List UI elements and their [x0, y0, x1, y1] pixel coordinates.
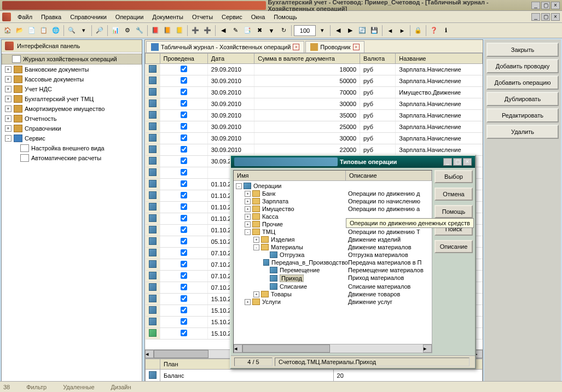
delete-button[interactable]: Удалить: [486, 125, 559, 139]
copy-record-icon[interactable]: 📑: [242, 25, 253, 36]
close-button[interactable]: Закрыть: [486, 43, 559, 57]
prev-icon[interactable]: ◄: [385, 25, 396, 36]
posted-checkbox[interactable]: [181, 307, 187, 313]
dialog-tree-row[interactable]: ОтгрузкаОтгрузка материалов: [234, 251, 432, 259]
dialog-tree-row[interactable]: +БанкОперации по движению д: [234, 190, 432, 197]
posted-checkbox[interactable]: [181, 157, 187, 164]
lock-icon[interactable]: 🔒: [413, 25, 424, 36]
status-filter[interactable]: Фильтр: [26, 384, 47, 390]
minimize-button[interactable]: _: [531, 2, 540, 9]
table-row[interactable]: 30.09.201030000рубЗарплата.Начисление: [146, 98, 483, 110]
maximize-button[interactable]: ▢: [541, 2, 550, 9]
posted-checkbox[interactable]: [181, 100, 187, 107]
dialog-tree-row[interactable]: +ИмуществоОперации по движению а: [234, 205, 432, 213]
tools-icon[interactable]: 🔧: [134, 25, 145, 36]
dialog-tree-row[interactable]: СписаниеСписание материалов: [234, 283, 432, 290]
menu-сервис[interactable]: Сервис: [217, 13, 247, 21]
next-icon[interactable]: ►: [397, 25, 408, 36]
select-button[interactable]: Выбор: [434, 170, 473, 183]
posted-checkbox[interactable]: [181, 192, 187, 198]
posted-checkbox[interactable]: [181, 180, 187, 187]
dialog-maximize-button[interactable]: ▢: [453, 158, 462, 166]
posted-checkbox[interactable]: [181, 330, 187, 336]
dialog-tree-row[interactable]: +ИзделияДвижение изделий: [234, 236, 432, 243]
tab[interactable]: Проводник×: [305, 41, 364, 52]
dialog-minimize-button[interactable]: _: [443, 158, 452, 166]
posted-checkbox[interactable]: [181, 112, 187, 118]
child-close-button[interactable]: ×: [551, 13, 560, 21]
navigation-tree[interactable]: Журнал хозяйственных операций+Банковские…: [2, 52, 142, 380]
menu-окна[interactable]: Окна: [247, 13, 270, 21]
table-row[interactable]: 30.09.201022000рубЗарплата.Начисление: [146, 144, 483, 156]
find-next-icon[interactable]: 🔎: [94, 25, 105, 36]
open-icon[interactable]: 📂: [14, 25, 25, 36]
menu-файл[interactable]: Файл: [13, 13, 37, 21]
delete-icon[interactable]: ✖: [254, 25, 265, 36]
copy-icon[interactable]: 📄: [26, 25, 37, 36]
dialog-title-bar[interactable]: Типовые операции _ ▢ ×: [231, 156, 475, 168]
help-button[interactable]: Помощь: [434, 205, 473, 218]
posted-checkbox[interactable]: [181, 261, 187, 267]
dialog-tree-row[interactable]: -ТМЦОперации по движению Т: [234, 228, 432, 236]
posted-checkbox[interactable]: [181, 77, 187, 84]
description-button[interactable]: Описание: [434, 240, 473, 253]
status-design[interactable]: Дизайн: [111, 384, 131, 390]
posted-checkbox[interactable]: [181, 203, 187, 210]
menu-документы[interactable]: Документы: [148, 13, 188, 21]
search-icon[interactable]: 🔍: [66, 25, 77, 36]
filter-icon[interactable]: ▼: [266, 25, 277, 36]
table-row[interactable]: 30.09.201035000рубЗарплата.Начисление: [146, 110, 483, 121]
nav-back-icon[interactable]: ◀: [333, 25, 344, 36]
posted-checkbox[interactable]: [181, 146, 187, 153]
help-icon[interactable]: ❓: [428, 25, 439, 36]
posted-checkbox[interactable]: [181, 249, 187, 256]
tree-item[interactable]: +Кассовые документы: [2, 74, 142, 84]
close-button[interactable]: ×: [551, 2, 560, 9]
posted-checkbox[interactable]: [181, 123, 187, 130]
child-minimize-button[interactable]: _: [531, 13, 540, 21]
posted-checkbox[interactable]: [181, 134, 187, 141]
tree-item[interactable]: +Бухгалтерский учет ТМЦ: [2, 94, 142, 104]
first-record-icon[interactable]: ◀: [218, 25, 229, 36]
tree-item[interactable]: +Амортизируемое имущество: [2, 104, 142, 114]
tab[interactable]: Табличный журнал - Хозяйственных операци…: [146, 41, 304, 52]
home-icon[interactable]: 🏠: [2, 25, 13, 36]
menu-правка[interactable]: Правка: [37, 13, 66, 21]
add-record-icon[interactable]: ➕: [190, 25, 201, 36]
table-row[interactable]: 30.09.201050000рубЗарплата.Начисление: [146, 75, 483, 87]
browser-icon[interactable]: 🌐: [50, 25, 61, 36]
dialog-close-button[interactable]: ×: [463, 158, 472, 166]
menu-операции[interactable]: Операции: [111, 13, 148, 21]
chart-icon[interactable]: 📊: [110, 25, 121, 36]
dialog-tree-row[interactable]: Передача_в_ПроизводствоПередача материал…: [234, 259, 432, 266]
nav-forward-icon[interactable]: ▶: [345, 25, 356, 36]
dialog-tree-row[interactable]: -Операции: [234, 182, 432, 190]
paste-icon[interactable]: 📋: [38, 25, 49, 36]
posted-checkbox[interactable]: [181, 238, 187, 244]
posted-checkbox[interactable]: [181, 66, 187, 72]
tree-item[interactable]: Автоматические расчеты: [2, 153, 142, 163]
table-row[interactable]: 29.09.201018000рубЗарплата.Начисление: [146, 64, 483, 75]
menu-справочники[interactable]: Справочники: [66, 13, 111, 21]
dialog-tree-row[interactable]: ПриходПриход материалов: [234, 274, 432, 283]
dialog-scrollbar[interactable]: ◂▸: [234, 344, 432, 353]
table-row[interactable]: 30.09.201070000рубИмущество.Движение: [146, 87, 483, 98]
edit-button[interactable]: Редактировать: [486, 108, 559, 122]
doc-icon[interactable]: 📙: [162, 25, 173, 36]
dialog-tree-row[interactable]: ПеремещениеПеремещение материалов: [234, 266, 432, 274]
cancel-button[interactable]: Отмена: [434, 188, 473, 201]
add-entry-button[interactable]: Добавить проводку: [486, 59, 559, 73]
sync-icon[interactable]: 🔄: [357, 25, 368, 36]
sheet-icon[interactable]: 📒: [174, 25, 185, 36]
tree-item[interactable]: +Отчетность: [2, 114, 142, 124]
posted-checkbox[interactable]: [181, 169, 187, 175]
dialog-tree[interactable]: -Операции+БанкОперации по движению д+Зар…: [234, 181, 432, 344]
dropdown-icon[interactable]: ▾: [78, 25, 89, 36]
save-icon[interactable]: 💾: [369, 25, 380, 36]
posted-checkbox[interactable]: [181, 318, 187, 325]
book-icon[interactable]: 📕: [150, 25, 161, 36]
dialog-tree-row[interactable]: -МатериалыДвижение материалов: [234, 243, 432, 251]
tree-item[interactable]: +Справочники: [2, 124, 142, 133]
tree-item[interactable]: Журнал хозяйственных операций: [2, 54, 142, 65]
posted-checkbox[interactable]: [181, 284, 187, 290]
